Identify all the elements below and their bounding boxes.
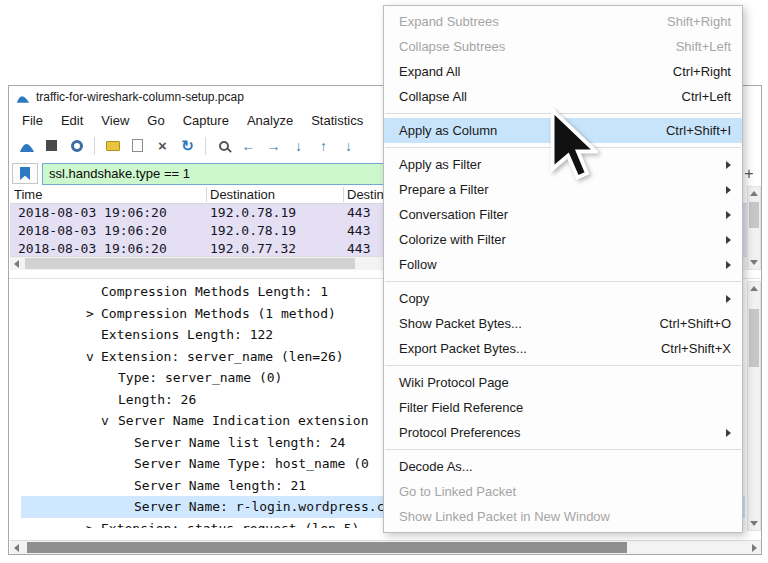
menu-statistics[interactable]: Statistics — [302, 110, 372, 131]
menu-item-colorize-with-filter[interactable]: Colorize with Filter — [384, 227, 742, 252]
capture-options-icon[interactable] — [65, 135, 88, 157]
collapsed-expander-icon[interactable]: > — [86, 306, 101, 321]
stop-capture-icon[interactable] — [40, 135, 63, 157]
go-forward-icon[interactable]: → — [262, 135, 285, 157]
detail-text: Extensions Length: 122 — [101, 327, 273, 342]
context-menu: Expand SubtreesShift+Right Collapse Subt… — [383, 5, 743, 533]
menu-item-wiki-protocol-page[interactable]: Wiki Protocol Page — [384, 370, 742, 395]
close-file-icon[interactable]: × — [151, 135, 174, 157]
scroll-right-icon[interactable] — [748, 541, 761, 554]
wireshark-logo-icon — [16, 91, 30, 104]
menu-go[interactable]: Go — [138, 110, 173, 131]
vscroll-thumb[interactable] — [749, 202, 759, 228]
menu-capture[interactable]: Capture — [174, 110, 238, 131]
detail-text: Server Name list length: 24 — [134, 435, 345, 450]
filter-bookmark-button[interactable] — [12, 163, 38, 184]
menu-item-export-packet-bytes[interactable]: Export Packet Bytes...Ctrl+Shift+X — [384, 336, 742, 361]
scroll-left-icon[interactable] — [10, 257, 23, 270]
menu-item-label: Expand Subtrees — [399, 14, 499, 29]
menu-item-protocol-preferences[interactable]: Protocol Preferences — [384, 420, 742, 445]
menu-item-go-to-linked-packet[interactable]: Go to Linked Packet — [384, 479, 742, 504]
menu-item-label: Follow — [399, 257, 437, 272]
cell-port: 443 — [347, 241, 370, 256]
collapsed-expander-icon[interactable]: > — [86, 521, 101, 528]
scroll-down-icon[interactable] — [748, 517, 760, 530]
hscroll-track[interactable] — [23, 541, 748, 554]
detail-text: Server Name length: 21 — [134, 478, 306, 493]
save-file-icon[interactable] — [126, 135, 149, 157]
menu-item-expand-subtrees[interactable]: Expand SubtreesShift+Right — [384, 9, 742, 34]
menu-item-label: Protocol Preferences — [399, 425, 520, 440]
menu-separator — [385, 365, 741, 366]
menu-item-filter-field-reference[interactable]: Filter Field Reference — [384, 395, 742, 420]
menu-item-label: Copy — [399, 291, 429, 306]
menu-item-collapse-all[interactable]: Collapse AllCtrl+Left — [384, 84, 742, 109]
menu-separator — [385, 449, 741, 450]
hscroll-thumb[interactable] — [25, 258, 355, 269]
expanded-expander-icon[interactable]: v — [101, 413, 118, 428]
cell-time: 2018-08-03 19:06:20 — [18, 205, 167, 220]
scroll-left-icon[interactable] — [10, 541, 23, 554]
wireshark-fin-icon[interactable] — [15, 135, 38, 157]
details-hscrollbar[interactable] — [10, 540, 761, 554]
submenu-arrow-icon — [726, 161, 731, 169]
menu-item-copy[interactable]: Copy — [384, 286, 742, 311]
details-vscrollbar[interactable] — [747, 281, 761, 531]
scroll-up-icon[interactable] — [748, 187, 760, 200]
bookmark-icon — [20, 167, 30, 180]
menu-item-shortcut: Ctrl+Shift+X — [661, 341, 731, 356]
menu-item-label: Apply as Column — [399, 123, 497, 138]
go-back-icon[interactable]: ← — [237, 135, 260, 157]
reload-icon[interactable]: ↻ — [176, 135, 199, 157]
menu-item-label: Collapse All — [399, 89, 467, 104]
column-header-destination[interactable]: Destination — [210, 187, 275, 202]
menu-item-show-linked-packet-new-window[interactable]: Show Linked Packet in New Window — [384, 504, 742, 529]
menu-item-label: Go to Linked Packet — [399, 484, 516, 499]
menu-separator — [385, 281, 741, 282]
find-packet-icon[interactable] — [212, 135, 235, 157]
go-to-top-icon[interactable]: ↑ — [312, 135, 335, 157]
detail-text: Compression Methods Length: 1 — [101, 284, 328, 299]
scroll-down-icon[interactable] — [748, 256, 760, 269]
cell-time: 2018-08-03 19:06:20 — [18, 241, 167, 256]
packet-list-vscrollbar[interactable] — [747, 186, 761, 270]
vscroll-track[interactable] — [748, 200, 760, 256]
detail-text: Type: server_name (0) — [118, 370, 282, 385]
cell-destination: 192.0.78.19 — [210, 223, 296, 238]
open-file-icon[interactable] — [101, 135, 124, 157]
column-divider[interactable] — [343, 187, 344, 202]
menu-item-expand-all[interactable]: Expand AllCtrl+Right — [384, 59, 742, 84]
submenu-arrow-icon — [726, 295, 731, 303]
expanded-expander-icon[interactable]: v — [86, 349, 101, 364]
menu-item-collapse-subtrees[interactable]: Collapse SubtreesShift+Left — [384, 34, 742, 59]
menu-item-show-packet-bytes[interactable]: Show Packet Bytes...Ctrl+Shift+O — [384, 311, 742, 336]
detail-text: Extension: status_request (len=5) — [101, 521, 359, 528]
menu-item-label: Decode As... — [399, 459, 473, 474]
menu-analyze[interactable]: Analyze — [238, 110, 302, 131]
menu-edit[interactable]: Edit — [52, 110, 92, 131]
menu-file[interactable]: File — [13, 110, 52, 131]
window-title: traffic-for-wireshark-column-setup.pcap — [36, 90, 244, 104]
menu-item-decode-as[interactable]: Decode As... — [384, 454, 742, 479]
menu-item-follow[interactable]: Follow — [384, 252, 742, 277]
column-divider[interactable] — [206, 187, 207, 202]
menu-item-label: Wiki Protocol Page — [399, 375, 509, 390]
hscroll-thumb[interactable] — [27, 542, 627, 553]
vscroll-track[interactable] — [748, 295, 760, 517]
menu-view[interactable]: View — [92, 110, 138, 131]
go-to-bottom-icon[interactable]: ↓ — [337, 135, 360, 157]
menu-item-conversation-filter[interactable]: Conversation Filter — [384, 202, 742, 227]
toolbar-separator — [94, 137, 95, 155]
detail-text: Server Name Indication extension — [118, 413, 368, 428]
vscroll-thumb[interactable] — [749, 309, 759, 367]
menu-item-shortcut: Shift+Left — [676, 39, 731, 54]
menu-item-shortcut: Shift+Right — [667, 14, 731, 29]
menu-item-prepare-a-filter[interactable]: Prepare a Filter — [384, 177, 742, 202]
submenu-arrow-icon — [726, 236, 731, 244]
scroll-up-icon[interactable] — [748, 282, 760, 295]
menu-item-label: Expand All — [399, 64, 460, 79]
menu-item-shortcut: Ctrl+Shift+O — [659, 316, 731, 331]
go-to-packet-icon[interactable]: ↓ — [287, 135, 310, 157]
column-header-time[interactable]: Time — [14, 187, 42, 202]
detail-text: Server Name Type: host_name (0 — [134, 456, 369, 471]
